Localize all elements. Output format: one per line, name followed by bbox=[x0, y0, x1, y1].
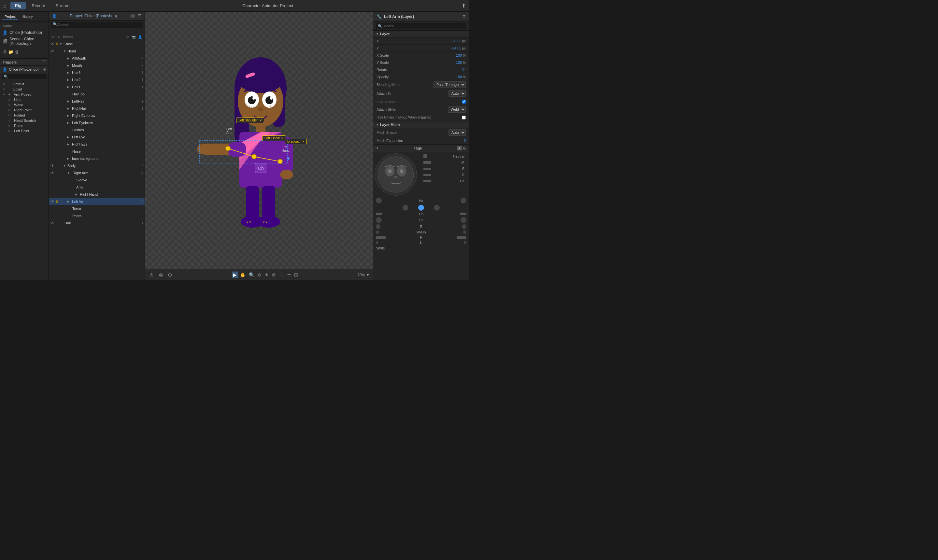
prop-dropdown-mesh-shape[interactable]: Auto bbox=[448, 129, 466, 136]
tree-row-hairtop[interactable]: HairTop bbox=[49, 91, 145, 98]
tree-row-sleeve[interactable]: Sleeve bbox=[49, 177, 145, 184]
prop-value-x[interactable]: 362.5 bbox=[452, 39, 462, 43]
rig-close-shoulder[interactable]: ✕ bbox=[259, 118, 262, 122]
prop-dropdown-attach-to[interactable]: Auto bbox=[448, 90, 466, 97]
tab-rig[interactable]: Rig bbox=[11, 2, 26, 9]
bone-tool[interactable]: ✴ bbox=[263, 272, 270, 278]
tree-row-arm[interactable]: Arm bbox=[49, 184, 145, 191]
hex-tool[interactable]: ⬡ bbox=[167, 272, 173, 278]
record-tool[interactable]: ⊙ bbox=[256, 272, 263, 278]
tree-row-chloe[interactable]: 👁 ♛ ▼ Chloe bbox=[49, 40, 145, 48]
tree-row-body[interactable]: 👁 ▼ Body 2 bbox=[49, 162, 145, 169]
zoom-dropdown-icon[interactable]: ▼ bbox=[366, 273, 370, 277]
tree-row-left-eye[interactable]: ▶ Left Eye bbox=[49, 134, 145, 141]
trigger-item-upset[interactable]: ☺ Upset bbox=[0, 87, 49, 92]
circle-tool[interactable]: ◎ bbox=[158, 272, 164, 278]
tree-row-torso[interactable]: Torso bbox=[49, 205, 145, 212]
prop-value-opacity[interactable]: 100 bbox=[456, 75, 462, 79]
tree-row-left-eyebrow[interactable]: ▶ Left Eyebrow bbox=[49, 119, 145, 126]
rig-plus-button[interactable]: + bbox=[286, 155, 290, 162]
tree-row-right-eye[interactable]: ▶ Right Eye bbox=[49, 141, 145, 148]
trigger-group-arm-poses[interactable]: ▼ ⊕ Arm Poses bbox=[0, 92, 49, 97]
tree-row-face-bg[interactable]: ▶ face background bbox=[49, 155, 145, 162]
tree-row-pants[interactable]: Pants bbox=[49, 212, 145, 220]
tab-stream[interactable]: Stream bbox=[51, 2, 74, 9]
hand-tool[interactable]: ✋ bbox=[239, 272, 247, 278]
tags-section-arrow: ▼ bbox=[376, 146, 379, 150]
prop-dropdown-blending-mode[interactable]: Pass Through Normal Multiply bbox=[433, 82, 466, 88]
tree-row-hair[interactable]: 👁 Hair 1 bbox=[49, 220, 145, 227]
tree-row-hair3[interactable]: ▶ Hair3 1 bbox=[49, 69, 145, 76]
prop-checkbox-hide-others[interactable] bbox=[462, 115, 466, 120]
canvas-viewport[interactable]: Ch bbox=[145, 12, 373, 269]
tree-row-righthair[interactable]: ▶ RightHair 1 bbox=[49, 105, 145, 112]
rig-label-left-shoulder[interactable]: Left Shoulder ✕ bbox=[236, 117, 264, 123]
grid-tool[interactable]: ⊞ bbox=[293, 272, 299, 278]
tags-section-header[interactable]: ▼ Tags A ⊞ bbox=[373, 144, 469, 152]
svg-text:Ch: Ch bbox=[258, 166, 264, 171]
properties-search-input[interactable] bbox=[376, 23, 467, 29]
trigger-item-left-point[interactable]: ☺ Left Point bbox=[0, 128, 49, 134]
trigger-item-default[interactable]: ☺ Default bbox=[0, 82, 49, 87]
puppet-menu-icon[interactable]: ☰ bbox=[138, 14, 141, 18]
tree-row-altmouth[interactable]: ▶ AltMouth ☺ bbox=[49, 55, 145, 62]
trigger-item-right-point[interactable]: ☺ Right Point bbox=[0, 108, 49, 113]
new-folder-icon[interactable]: 🖥 bbox=[3, 49, 7, 54]
select-tool[interactable]: ▶ bbox=[232, 272, 238, 278]
properties-menu-icon[interactable]: ☰ bbox=[462, 15, 466, 19]
layer-section-header[interactable]: ▼ Layer bbox=[373, 30, 469, 37]
rig-close-elbow[interactable]: ✕ bbox=[281, 137, 284, 140]
mesh-tool[interactable]: ⊹ bbox=[278, 272, 284, 278]
viseme-label-oh: Oh bbox=[419, 218, 424, 222]
crown-icon-left-arm: ♛ bbox=[55, 199, 59, 204]
tree-row-right-eyebrow[interactable]: ▶ Right Eyebrow bbox=[49, 112, 145, 119]
project-item-chloe[interactable]: 👤 Chloe (Photoshop) bbox=[0, 29, 49, 36]
rig-close-dragga[interactable]: ✕ bbox=[302, 140, 305, 143]
puppet-search-input[interactable] bbox=[51, 22, 143, 28]
prop-value-rotate[interactable]: 0 bbox=[462, 68, 464, 72]
tree-row-left-arm[interactable]: 👁 ♛ ▶ Left Arm 4 bbox=[49, 198, 145, 205]
trigger-item-raise[interactable]: ☺ Raise bbox=[0, 123, 49, 128]
triggers-add-icon[interactable]: + bbox=[43, 67, 46, 72]
export-icon[interactable]: ⬆ bbox=[462, 3, 466, 9]
tree-row-right-arm[interactable]: 👁 ▼ Right Arm 4 bbox=[49, 169, 145, 177]
tab-history[interactable]: History bbox=[19, 14, 35, 20]
trigger-item-wave[interactable]: ☺ Wave bbox=[0, 102, 49, 108]
tab-record[interactable]: Record bbox=[27, 2, 50, 9]
prop-checkbox-independent[interactable] bbox=[462, 100, 466, 103]
tree-row-lashes[interactable]: Lashes bbox=[49, 126, 145, 134]
folder-icon[interactable]: 📁 bbox=[8, 49, 13, 54]
arrow-right-eye: ▶ bbox=[59, 143, 69, 146]
wave-tool[interactable]: 〜 bbox=[285, 271, 292, 278]
trigger-item-head-scratch[interactable]: ☺ Head Scratch bbox=[0, 118, 49, 123]
trash-icon[interactable]: 🗑 bbox=[15, 49, 19, 54]
zoom-tool[interactable]: 🔍 bbox=[248, 272, 256, 278]
project-item-scene[interactable]: 🎬 Scene - Chloe (Photoshop) bbox=[0, 36, 49, 47]
tree-row-head[interactable]: 👁 ▼ Head bbox=[49, 48, 145, 55]
prop-value-x-scale[interactable]: 100 bbox=[456, 53, 462, 57]
tree-row-hair2[interactable]: ▶ Hair2 1 bbox=[49, 76, 145, 83]
tab-project[interactable]: Project bbox=[2, 14, 18, 20]
tree-row-mouth[interactable]: ▶ Mouth ☺ bbox=[49, 62, 145, 69]
prop-value-y-scale[interactable]: 100 bbox=[456, 60, 462, 65]
tree-row-lefthair[interactable]: ▶ LeftHair 1 bbox=[49, 98, 145, 105]
warn-tool[interactable]: ⚠ bbox=[148, 272, 155, 278]
triggers-search-input[interactable] bbox=[2, 74, 46, 79]
tree-row-hair1[interactable]: ▶ Hair1 1 bbox=[49, 83, 145, 91]
tags-icon-a[interactable]: A bbox=[457, 146, 462, 151]
triggers-menu-icon[interactable]: ☰ bbox=[43, 60, 46, 64]
rig-label-dragga[interactable]: Dragga... ✕ bbox=[285, 139, 307, 144]
tree-row-nose[interactable]: Nose bbox=[49, 148, 145, 155]
properties-search-wrap: 🔍 bbox=[373, 22, 469, 30]
rig-label-left-elbow[interactable]: Left Elbow ✕ bbox=[262, 135, 286, 141]
trigger-item-folded[interactable]: ☺ Folded bbox=[0, 113, 49, 118]
tree-row-right-hand[interactable]: ▶ Right Hand bbox=[49, 191, 145, 198]
pin-tool[interactable]: ⊛ bbox=[271, 272, 277, 278]
tags-icon-filter[interactable]: ⊞ bbox=[463, 146, 467, 151]
prop-dropdown-attach-style[interactable]: Weld bbox=[448, 106, 466, 113]
prop-value-mesh-expansion[interactable]: 0 bbox=[464, 139, 466, 143]
layer-mesh-section-header[interactable]: ▼ Layer Mesh bbox=[373, 121, 469, 128]
trigger-item-hips[interactable]: ☺ Hips bbox=[0, 97, 49, 102]
home-icon[interactable]: ⌂ bbox=[3, 3, 6, 9]
prop-value-y[interactable]: -347.5 bbox=[451, 46, 461, 50]
